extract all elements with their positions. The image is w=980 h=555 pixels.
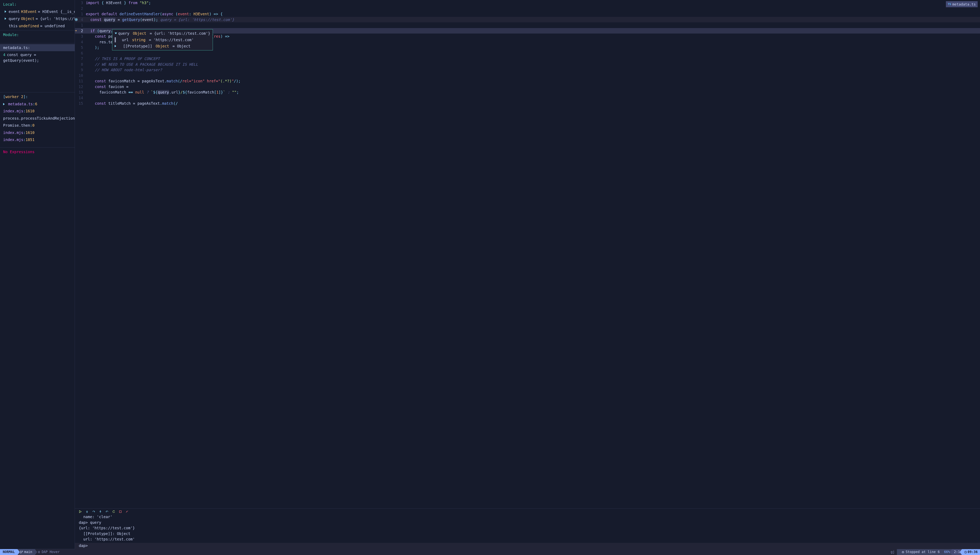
scope-variable[interactable]: this undefined = undefined bbox=[0, 22, 75, 30]
code-line[interactable]: 1 bbox=[75, 22, 980, 28]
breakpoints-panel: metadata.ts: 4const query = getQuery(eve… bbox=[0, 43, 75, 93]
repl-output-line: [[Prototype]]: Object bbox=[79, 531, 976, 537]
hover-variable[interactable]: url string = 'https://test.com' bbox=[112, 37, 213, 43]
local-scope-header: Local: bbox=[0, 1, 75, 8]
code-line[interactable]: 7 // THIS IS A PROOF OF CONCEPT bbox=[75, 56, 980, 62]
local-scope-panel: Local: event H3Event = H3Event {__is_eve… bbox=[0, 0, 75, 30]
expand-icon bbox=[3, 103, 5, 105]
breakpoint-icon[interactable] bbox=[75, 17, 78, 22]
step-out-icon[interactable] bbox=[99, 510, 102, 513]
svg-point-3 bbox=[21, 551, 21, 552]
hover-variable[interactable]: [[Prototype]] Object = Object bbox=[112, 43, 213, 50]
svg-point-6 bbox=[902, 552, 903, 553]
dap-repl-panel[interactable]: name: 'clear'dap> query{url: 'https://te… bbox=[75, 508, 980, 549]
code-line[interactable]: 12 const favicon = bbox=[75, 84, 980, 90]
disconnect-icon[interactable] bbox=[125, 510, 129, 513]
sidebar: Local: event H3Event = H3Event {__is_eve… bbox=[0, 0, 75, 549]
repl-output-line: dap> query bbox=[79, 520, 976, 525]
stack-frame[interactable]: index.mjs:1610 bbox=[0, 107, 75, 115]
scrollbar-thumb[interactable] bbox=[115, 37, 116, 42]
dap-output: name: 'clear'dap> query{url: 'https://te… bbox=[75, 514, 980, 543]
code-line[interactable]: 10 bbox=[75, 73, 980, 79]
svg-point-0 bbox=[87, 512, 88, 513]
editor[interactable]: TS metadata.ts 3import { H3Event } from … bbox=[75, 0, 980, 549]
expand-icon[interactable] bbox=[5, 10, 6, 13]
git-branch: main bbox=[18, 549, 35, 555]
code-line[interactable]: 3import { H3Event } from "h3"; bbox=[75, 0, 980, 6]
list-icon bbox=[38, 551, 40, 553]
svg-point-1 bbox=[100, 510, 101, 511]
stack-frame[interactable]: index.mjs:1610 bbox=[0, 129, 75, 136]
svg-rect-2 bbox=[119, 511, 122, 513]
scope-variable[interactable]: event H3Event = H3Event {__is_event bbox=[0, 8, 75, 15]
step-over-icon[interactable] bbox=[92, 510, 95, 513]
code-line[interactable]: 6 bbox=[75, 50, 980, 56]
stack-frame[interactable]: Promise.then:0 bbox=[0, 122, 75, 129]
code-line[interactable]: 8 // WE NEED TO USE A PACKAGE BECAUSE IT… bbox=[75, 62, 980, 67]
expressions-header: No Expressions bbox=[0, 148, 75, 156]
expressions-panel: No Expressions bbox=[0, 148, 75, 549]
repl-output-line: name: 'clear' bbox=[79, 514, 976, 520]
scope-variable[interactable]: query Object = {url: 'https://test. bbox=[0, 15, 75, 22]
stack-frame[interactable]: metadata.ts:6 bbox=[0, 100, 75, 107]
breakpoint-item[interactable]: 4const query = getQuery(event); bbox=[0, 51, 75, 64]
code-line[interactable]: 11 const faviconMatch = pageAsText.match… bbox=[75, 78, 980, 84]
repl-output-line: {url: 'https://test.com'} bbox=[79, 525, 976, 531]
dap-prompt[interactable]: dap> bbox=[75, 543, 980, 549]
mode-indicator: NORMAL bbox=[0, 549, 18, 555]
collapse-icon[interactable] bbox=[115, 32, 117, 34]
callstack-panel: [worker 2]: metadata.ts:6 index.mjs:1610… bbox=[0, 92, 75, 148]
dap-status: DAP Hover bbox=[35, 549, 62, 555]
code-line[interactable]: 14 bbox=[75, 95, 980, 101]
code-line[interactable]: 13 faviconMatch == null ? `${query.url}/… bbox=[75, 90, 980, 95]
code-line[interactable]: 2 bbox=[75, 6, 980, 11]
clock: 09:36 bbox=[962, 549, 980, 555]
stack-frame[interactable]: process.processTicksAndRejections tas bbox=[0, 115, 75, 122]
svg-point-4 bbox=[21, 552, 21, 553]
breakpoints-file-header: metadata.ts: bbox=[0, 44, 75, 51]
continue-icon[interactable] bbox=[79, 510, 82, 513]
stop-icon[interactable] bbox=[119, 510, 122, 513]
callstack-header: [worker 2]: bbox=[0, 93, 75, 100]
debug-hover-popup[interactable]: query Object = {url: 'https://test.com'}… bbox=[112, 29, 213, 50]
code-line[interactable]: 1export default defineEventHandler(async… bbox=[75, 11, 980, 17]
status-line: NORMAL main DAP Hover gj Stopped at line… bbox=[0, 549, 980, 555]
keypress-indicator: gj bbox=[888, 549, 897, 555]
expand-icon[interactable] bbox=[115, 45, 116, 47]
branch-icon bbox=[20, 551, 23, 553]
bug-icon bbox=[902, 551, 904, 553]
code-line[interactable]: 9 // HOW ABOUT node-html-parser? bbox=[75, 67, 980, 73]
code-line[interactable]: 4 const query = getQuery(event); query =… bbox=[75, 17, 980, 22]
hover-variable[interactable]: query Object = {url: 'https://test.com'} bbox=[112, 30, 213, 37]
svg-point-5 bbox=[22, 551, 23, 552]
debug-toolbar bbox=[75, 508, 980, 514]
restart-icon[interactable] bbox=[112, 510, 115, 513]
expand-icon[interactable] bbox=[5, 18, 6, 20]
repl-output-line: url: 'https://test.com' bbox=[79, 536, 976, 542]
step-back-icon[interactable] bbox=[106, 510, 109, 513]
clock-icon bbox=[964, 551, 967, 553]
step-into-icon[interactable] bbox=[85, 510, 89, 513]
code-line[interactable]: 15 const titleMatch = pageAsText.match(/… bbox=[75, 101, 980, 106]
module-scope-header: Module: bbox=[0, 31, 75, 38]
debug-state: Stopped at line 6 bbox=[897, 549, 942, 555]
module-scope-panel: Module: bbox=[0, 30, 75, 43]
stack-frame[interactable]: index.mjs:1851 bbox=[0, 136, 75, 143]
execution-arrow-icon: ➜ bbox=[75, 29, 77, 33]
